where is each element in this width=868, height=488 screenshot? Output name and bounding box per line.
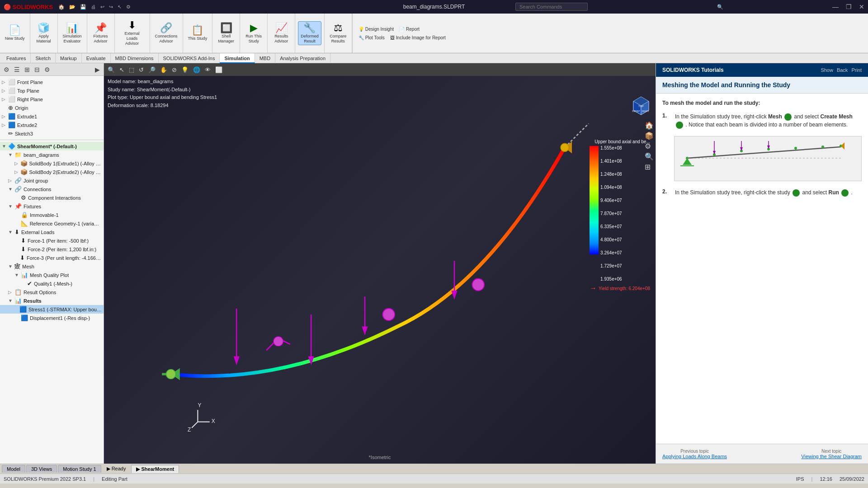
nav-cube[interactable]: TOP FRONT RIGHT [629,92,654,117]
tree-item-mesh-quality[interactable]: ▼ 📊 Mesh Quality Plot [0,271,104,279]
tree-item-external-loads[interactable]: ▼ ⬇ External Loads [0,228,104,236]
nav-undo[interactable]: ↩ [99,3,106,11]
tree-item-reference-geometry[interactable]: 📐 Reference Geometry-1 (variable:) [0,219,104,228]
tree-item-quality1[interactable]: ✔ Quality1 (-Mesh-) [0,279,104,288]
list-view-icon[interactable]: ☰ [12,65,22,74]
vp-cursor-icon[interactable]: ↖ [118,66,126,74]
apply-material-button[interactable]: 🧊 ApplyMaterial [33,22,55,45]
prev-link[interactable]: Applying Loads Along Beams [662,454,727,459]
nav-select[interactable]: ↖ [116,3,123,11]
tree-item-joint-group[interactable]: ▷ 🔗 Joint group [0,176,104,185]
tab-sketch[interactable]: Sketch [31,53,56,63]
tree-item-results[interactable]: ▼ 📊 Results [0,296,104,305]
close-button[interactable]: ✕ [855,0,868,14]
nav-save[interactable]: 💾 [78,3,88,11]
deformed-result-button[interactable]: 🔧 DeformedResult [298,21,321,46]
tree-item-fixtures[interactable]: ▼ 📌 Fixtures [0,202,104,211]
vp-filter-icon[interactable]: 🔍 [106,66,117,74]
vp-section-icon[interactable]: ⊘ [170,66,179,74]
vp-search-icon[interactable]: 🔍 [645,152,654,161]
arrow-right-icon[interactable]: ▶ [93,65,102,74]
tree-item-mesh[interactable]: ▼ 🕸 Mesh [0,262,104,271]
nav-print[interactable]: 🖨 [89,3,98,11]
filter-icon[interactable]: ⚙ [2,65,11,74]
tree-item-right-plane[interactable]: ▷ ⬜ Right Plane [0,95,104,103]
viewport[interactable]: 🔍 ↖ ⬚ ↺ 🔎 ✋ ⊘ 💡 🌐 👁 ⬜ Model name: beam_d… [104,63,656,464]
vp-zoom-icon[interactable]: 🔎 [146,66,157,74]
report-button[interactable]: 📄 Report [397,26,422,33]
bottom-tab-shearmoment[interactable]: ▶ ShearMoment [131,465,179,473]
tab-mbd[interactable]: MBD [255,53,275,63]
design-insight-button[interactable]: 💡 Design Insight [356,26,396,33]
nav-extra[interactable]: ⚙ [124,3,132,11]
tab-evaluate[interactable]: Evaluate [82,53,111,63]
settings-icon[interactable]: ⚙ [42,65,52,74]
nav-open[interactable]: 📂 [67,3,77,11]
fixtures-advisor-button[interactable]: 📌 FixturesAdvisor [90,22,112,45]
expand-icon[interactable]: ⊞ [23,65,32,74]
bottom-tab-model[interactable]: Model [2,465,25,473]
maximize-button[interactable]: ❐ [842,0,855,14]
connections-advisor-button[interactable]: 🔗 ConnectionsAdvisor [153,22,180,45]
shell-manager-button[interactable]: 🔲 ShellManager [215,22,237,45]
tree-item-component-interactions[interactable]: ⚙ Component Interactions [0,193,104,202]
tree-item-result-options[interactable]: ▷ 📋 Result Options [0,288,104,296]
tab-solidworks-addins[interactable]: SOLIDWORKS Add-Ins [159,53,220,63]
tab-simulation[interactable]: Simulation [220,53,255,63]
next-link[interactable]: Viewing the Shear Diagram [801,454,862,459]
tree-item-immovable1[interactable]: 🔒 Immovable-1 [0,211,104,219]
tree-item-force1[interactable]: ⬇ Force-1 (Per item: -500 lbf:) [0,236,104,245]
tree-item-force3[interactable]: ⬇ Force-3 (Per unit length: -4.1667 lbf/… [0,253,104,262]
tree-item-extrude1[interactable]: ▷ 🟦 Extrude1 [0,112,104,121]
new-study-button[interactable]: 📄 New Study [3,24,27,42]
vp-display-icon[interactable]: 👁 [203,66,212,74]
vp-rotate-icon[interactable]: ↺ [137,66,146,74]
vp-pan-icon[interactable]: ✋ [158,66,169,74]
bottom-tab-motion-study[interactable]: Motion Study 1 [58,465,101,473]
tree-item-solidbody2[interactable]: ▷ 📦 SolidBody 2(Extrude2) (-Alloy Steel-… [0,168,104,176]
vp-grid-icon[interactable]: ⊞ [645,163,654,171]
tree-item-sketch3[interactable]: ✏ Sketch3 [0,129,104,138]
external-loads-advisor-button[interactable]: ⬇ External LoadsAdvisor [118,19,147,47]
tab-features[interactable]: Features [2,53,31,63]
search-input[interactable] [515,3,588,11]
tree-item-root[interactable]: ▼ 🔷 ShearMoment* (-Default-) [0,142,104,150]
simulation-evaluator-button[interactable]: 📊 SimulationEvaluator [61,22,84,45]
vp-home-icon[interactable]: 🏠 [645,121,654,130]
tutorials-print[interactable]: Print [851,67,862,73]
tab-mbd-dimensions[interactable]: MBD Dimensions [111,53,159,63]
run-this-study-button[interactable]: ▶ Run ThisStudy [243,22,264,45]
tree-item-extrude2[interactable]: ▷ 🟦 Extrude2 [0,121,104,129]
tree-item-stress1[interactable]: 🟦 Stress1 (-STRMAX: Upper bound axial a.… [0,305,104,314]
compare-results-button[interactable]: ⚖ CompareResults [327,22,349,45]
tutorials-back[interactable]: Back [837,67,848,73]
vp-settings-icon[interactable]: ⚙ [645,142,654,150]
bottom-tab-3d-views[interactable]: 3D Views [26,465,57,473]
viewport-inner[interactable]: Y X Z Upper bound axial and be... 1.555e… [104,76,656,464]
collapse-icon[interactable]: ⊟ [33,65,42,74]
include-image-button[interactable]: 🖼 Include Image for Report [388,34,448,41]
tree-item-solidbody1[interactable]: ▷ 📦 SolidBody 1(Extrude1) (-Alloy Steel-… [0,159,104,168]
tree-item-top-plane[interactable]: ▷ ⬜ Top Plane [0,86,104,95]
tree-item-connections[interactable]: ▼ 🔗 Connections [0,185,104,193]
vp-lights-icon[interactable]: 💡 [179,66,190,74]
nav-home[interactable]: 🏠 [57,3,66,11]
tutorials-show[interactable]: Show [821,67,833,73]
nav-redo[interactable]: ↪ [107,3,115,11]
vp-3d-view-icon[interactable]: 📦 [645,131,654,140]
tab-analysis-preparation[interactable]: Analysis Preparation [275,53,330,63]
tree-item-beam-diagrams[interactable]: ▼ 📁 beam_diagrams [0,150,104,159]
results-advisor-button[interactable]: 📈 ResultsAdvisor [270,22,292,45]
tree-item-force2[interactable]: ⬇ Force-2 (Per item: 1,200 lbf.in:) [0,245,104,253]
tree-item-origin[interactable]: ⊕ Origin [0,103,104,112]
vp-3d-icon[interactable]: 🌐 [191,66,202,74]
tree-item-displacement1[interactable]: 🟦 Displacement1 (-Res disp-) [0,314,104,322]
vp-hide-icon[interactable]: ⬜ [213,66,224,74]
plot-tools-button[interactable]: 🔧 Plot Tools [356,34,387,41]
this-study-button[interactable]: 📋 This Study [186,24,210,42]
tree-item-front-plane[interactable]: ▷ ⬜ Front Plane [0,78,104,86]
minimize-button[interactable]: — [829,0,842,14]
search-icon[interactable]: 🔍 [717,4,723,10]
vp-select-icon[interactable]: ⬚ [127,66,136,74]
tab-markup[interactable]: Markup [56,53,82,63]
